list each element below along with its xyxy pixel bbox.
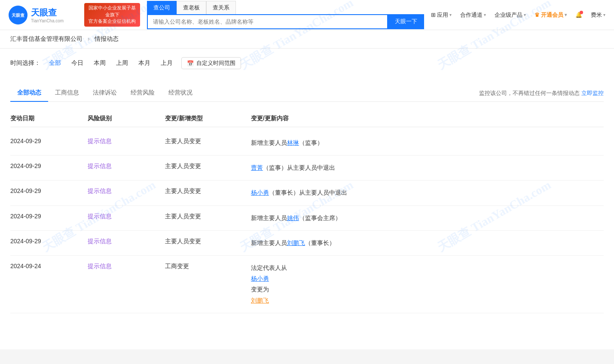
search-tab-company[interactable]: 查公司: [147, 1, 177, 14]
row5-risk[interactable]: 提示信息: [88, 238, 165, 245]
table-row: 2024-09-24 提示信息 工商变更 法定代表人从 杨小勇 变更为 刘鹏飞: [10, 256, 604, 313]
row3-risk[interactable]: 提示信息: [88, 187, 165, 195]
calendar-icon: 📅: [187, 60, 194, 67]
row2-date: 2024-09-29: [10, 162, 88, 169]
nav-channel[interactable]: 合作通道 ▾: [460, 11, 486, 19]
table-row: 2024-09-29 提示信息 主要人员变更 曹菁（监事）从主要人员中退出: [10, 156, 604, 180]
search-tabs-row: 查公司 查老板 查关系: [147, 1, 424, 14]
header-nav: ⊞ 应用 ▾ 合作通道 ▾ 企业级产品 ▾ ♛ 开通会员 ▾ 🔔 费米 ▾: [431, 11, 605, 19]
tab-legal[interactable]: 法律诉讼: [86, 85, 124, 102]
banner-badge: 国家中小企业发展子基金旗下 官方备案企业征信机构: [84, 3, 140, 26]
channel-arrow-icon: ▾: [484, 12, 486, 17]
row6-type: 工商变更: [165, 263, 251, 270]
nav-bell[interactable]: 🔔: [575, 12, 582, 18]
logo-text: 天眼查 TianYanCha.com: [31, 7, 64, 23]
time-option-lastweek[interactable]: 上周: [114, 58, 130, 68]
search-wrapper: 查公司 查老板 查关系 天眼一下: [147, 1, 424, 29]
search-input[interactable]: [147, 14, 388, 29]
search-input-row: 天眼一下: [147, 14, 424, 29]
bell-badge-dot: [580, 11, 583, 14]
time-option-month[interactable]: 本月: [137, 58, 152, 68]
time-option-today[interactable]: 今日: [70, 58, 85, 68]
row1-date: 2024-09-29: [10, 138, 88, 144]
row4-type: 主要人员变更: [165, 213, 251, 220]
breadcrumb-current: 情报动态: [95, 35, 119, 42]
time-filter-label: 时间选择：: [10, 59, 40, 67]
table-row: 2024-09-29 提示信息 主要人员变更 新增主要人员姚伟（监事会主席）: [10, 206, 604, 231]
tab-business[interactable]: 工商信息: [48, 85, 86, 102]
tab-monitor-text: 监控该公司，不再错过任何一条情报动态 立即监控: [479, 89, 604, 97]
row1-type: 主要人员变更: [165, 138, 251, 145]
row2-risk[interactable]: 提示信息: [88, 162, 165, 170]
row4-content: 新增主要人员姚伟（监事会主席）: [251, 213, 604, 223]
col-header-type: 变更/新增类型: [165, 115, 251, 122]
search-tab-boss[interactable]: 查老板: [177, 1, 206, 14]
tab-all[interactable]: 全部动态: [10, 85, 48, 102]
nav-apps[interactable]: ⊞ 应用 ▾: [431, 11, 452, 19]
nav-member[interactable]: ♛ 开通会员 ▾: [535, 11, 567, 19]
row4-link-person[interactable]: 姚伟: [287, 214, 299, 221]
row1-risk[interactable]: 提示信息: [88, 138, 165, 145]
row5-link-person[interactable]: 刘鹏飞: [287, 239, 305, 246]
time-option-lastmonth[interactable]: 上月: [159, 58, 174, 68]
svg-text:天眼查: 天眼查: [11, 13, 24, 18]
table-header: 变动日期 风险级别 变更/新增类型 变更/更新内容: [10, 110, 604, 127]
header: 天眼查 天眼查 TianYanCha.com 国家中小企业发展子基金旗下 官方备…: [0, 0, 614, 30]
row5-content: 新增主要人员刘鹏飞（董事长）: [251, 238, 604, 248]
breadcrumb: 汇丰晋信基金管理有限公司 › 情报动态: [0, 30, 614, 49]
crown-icon: ♛: [535, 12, 540, 18]
logo-icon: 天眼查: [9, 6, 27, 24]
col-header-risk: 风险级别: [88, 115, 165, 122]
row3-type: 主要人员变更: [165, 187, 251, 195]
table-row: 2024-09-29 提示信息 主要人员变更 杨小勇（董事长）从主要人员中退出: [10, 180, 604, 205]
main-content: 时间选择： 全部 今日 本周 上周 本月 上月 📅 自定义时间范围 全部动态 工…: [0, 49, 614, 349]
time-option-all[interactable]: 全部: [47, 58, 63, 68]
apps-arrow-icon: ▾: [449, 12, 452, 17]
fees-arrow-icon: ▾: [603, 12, 605, 17]
row3-content: 杨小勇（董事长）从主要人员中退出: [251, 187, 604, 198]
logo-main-text: 天眼查: [31, 7, 64, 18]
row3-date: 2024-09-29: [10, 187, 88, 194]
tab-status[interactable]: 经营状况: [162, 85, 199, 102]
row3-link-person[interactable]: 杨小勇: [251, 189, 269, 196]
table-row: 2024-09-29 提示信息 主要人员变更 新增主要人员刘鹏飞（董事长）: [10, 231, 604, 256]
apps-grid-icon: ⊞: [431, 12, 436, 18]
tabs-row: 全部动态 工商信息 法律诉讼 经营风险 经营状况 监控该公司，不再错过任何一条情…: [10, 85, 604, 102]
logo-area: 天眼查 天眼查 TianYanCha.com: [9, 6, 77, 24]
logo-sub-text: TianYanCha.com: [31, 18, 64, 23]
time-filter: 时间选择： 全部 今日 本周 上周 本月 上月 📅 自定义时间范围: [10, 57, 604, 76]
time-custom-range[interactable]: 📅 自定义时间范围: [181, 57, 241, 69]
nav-fees[interactable]: 费米 ▾: [591, 11, 605, 19]
row1-link-person[interactable]: 林琳: [287, 139, 299, 146]
time-option-week[interactable]: 本周: [92, 58, 107, 68]
row5-date: 2024-09-29: [10, 238, 88, 245]
row6-link-new-person[interactable]: 刘鹏飞: [251, 297, 269, 304]
monitor-link[interactable]: 立即监控: [581, 90, 604, 96]
row6-content: 法定代表人从 杨小勇 变更为 刘鹏飞: [251, 263, 604, 306]
row4-risk[interactable]: 提示信息: [88, 213, 165, 220]
member-arrow-icon: ▾: [565, 12, 567, 17]
enterprise-arrow-icon: ▾: [524, 12, 526, 17]
row2-content: 曹菁（监事）从主要人员中退出: [251, 162, 604, 173]
row5-type: 主要人员变更: [165, 238, 251, 245]
row4-date: 2024-09-29: [10, 213, 88, 220]
search-button[interactable]: 天眼一下: [388, 14, 424, 29]
breadcrumb-company-link[interactable]: 汇丰晋信基金管理有限公司: [10, 35, 82, 42]
row1-content: 新增主要人员林琳（监事）: [251, 138, 604, 148]
col-header-content: 变更/更新内容: [251, 115, 604, 122]
search-tab-relation[interactable]: 查关系: [206, 1, 236, 14]
breadcrumb-separator: ›: [88, 35, 90, 42]
row6-link-old-person[interactable]: 杨小勇: [251, 275, 269, 282]
col-header-date: 变动日期: [10, 115, 88, 122]
tab-risk[interactable]: 经营风险: [124, 85, 162, 102]
row2-type: 主要人员变更: [165, 162, 251, 170]
row2-link-person[interactable]: 曹菁: [251, 164, 263, 171]
nav-enterprise[interactable]: 企业级产品 ▾: [495, 11, 526, 19]
time-custom-label: 自定义时间范围: [196, 59, 235, 67]
table-row: 2024-09-29 提示信息 主要人员变更 新增主要人员林琳（监事）: [10, 131, 604, 156]
row6-date: 2024-09-24: [10, 263, 88, 269]
row6-risk[interactable]: 提示信息: [88, 263, 165, 270]
